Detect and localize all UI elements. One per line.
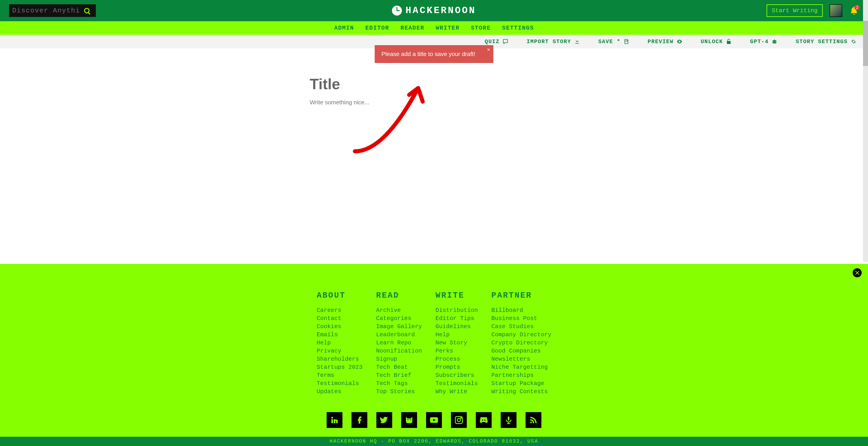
story-title-input[interactable] bbox=[310, 75, 558, 93]
toast-close-button[interactable]: × bbox=[487, 46, 490, 53]
footer-link[interactable]: Signup bbox=[376, 356, 422, 363]
footer-link[interactable]: Case Studies bbox=[491, 323, 551, 330]
discord-icon[interactable] bbox=[476, 412, 492, 428]
site-footer: ✕ ABOUT Careers Contact Cookies Emails H… bbox=[0, 264, 868, 437]
quiz-label: QUIZ bbox=[485, 39, 500, 45]
footer-link[interactable]: Leaderboard bbox=[376, 331, 422, 338]
footer-link[interactable]: Perks bbox=[436, 347, 478, 354]
scrollbar[interactable] bbox=[863, 0, 868, 262]
footer-close-button[interactable]: ✕ bbox=[852, 268, 862, 277]
facebook-icon[interactable] bbox=[351, 412, 367, 428]
footer-link[interactable]: Newsletters bbox=[491, 356, 551, 363]
footer-link[interactable]: Privacy bbox=[317, 347, 363, 354]
save-button[interactable]: SAVE * bbox=[598, 38, 629, 45]
svg-point-9 bbox=[482, 419, 483, 420]
footer-link[interactable]: Help bbox=[436, 331, 478, 338]
footer-link[interactable]: Subscribers bbox=[436, 372, 478, 379]
footer-link[interactable]: Startups 2023 bbox=[317, 364, 363, 371]
instagram-icon[interactable] bbox=[451, 412, 467, 428]
footer-link[interactable]: Shareholders bbox=[317, 356, 363, 363]
footer-link[interactable]: Terms bbox=[317, 372, 363, 379]
gpt4-label: GPT-4 bbox=[750, 39, 769, 45]
svg-rect-0 bbox=[773, 40, 776, 43]
svg-point-12 bbox=[530, 422, 532, 423]
search-box[interactable] bbox=[9, 4, 96, 17]
footer-link[interactable]: Partnerships bbox=[491, 372, 551, 379]
preview-button[interactable]: PREVIEW bbox=[648, 38, 683, 45]
svg-point-8 bbox=[461, 417, 462, 418]
svg-point-10 bbox=[485, 419, 486, 420]
footer-link[interactable]: Noonification bbox=[376, 347, 422, 354]
twitter-icon[interactable] bbox=[376, 412, 392, 428]
pixel-cat-icon[interactable] bbox=[401, 412, 417, 428]
warning-toast: Please add a title to save your draft! × bbox=[375, 45, 493, 63]
footer-link[interactable]: Help bbox=[317, 339, 363, 346]
brand-name: HACKERNOON bbox=[405, 5, 476, 16]
svg-point-2 bbox=[775, 41, 776, 42]
footer-col-write: WRITE Distribution Editor Tips Guideline… bbox=[436, 291, 478, 396]
nav-reader[interactable]: READER bbox=[401, 25, 425, 31]
footer-link[interactable]: Writing Contests bbox=[491, 388, 551, 395]
unlock-button[interactable]: UNLOCK bbox=[701, 38, 732, 45]
footer-link[interactable]: Startup Package bbox=[491, 380, 551, 387]
footer-link[interactable]: Careers bbox=[317, 307, 363, 314]
avatar[interactable] bbox=[830, 4, 842, 17]
footer-link[interactable]: Niche Targetting bbox=[491, 364, 551, 371]
footer-link[interactable]: Top Stories bbox=[376, 388, 422, 395]
footer-link[interactable]: Archive bbox=[376, 307, 422, 314]
import-story-button[interactable]: IMPORT STORY bbox=[527, 38, 580, 45]
footer-link[interactable]: Tech Brief bbox=[376, 372, 422, 379]
footer-link[interactable]: Prompts bbox=[436, 364, 478, 371]
footer-link[interactable]: Cookies bbox=[317, 323, 363, 330]
save-label: SAVE * bbox=[598, 39, 620, 45]
footer-link[interactable]: Good Companies bbox=[491, 347, 551, 354]
footer-link[interactable]: New Story bbox=[436, 339, 478, 346]
footer-link[interactable]: Billboard bbox=[491, 307, 551, 314]
search-input[interactable] bbox=[12, 7, 80, 14]
footer-link[interactable]: Image Gallery bbox=[376, 323, 422, 330]
footer-link[interactable]: Updates bbox=[317, 388, 363, 395]
footer-link[interactable]: Editor Tips bbox=[436, 315, 478, 322]
nav-bar: ADMIN EDITOR READER WRITER STORE SETTING… bbox=[0, 21, 868, 35]
footer-link[interactable]: Learn Repo bbox=[376, 339, 422, 346]
preview-label: PREVIEW bbox=[648, 39, 674, 45]
rss-icon[interactable] bbox=[526, 412, 541, 428]
footer-link[interactable]: Contact bbox=[317, 315, 363, 322]
story-settings-button[interactable]: STORY SETTINGS bbox=[796, 38, 857, 45]
import-label: IMPORT STORY bbox=[527, 39, 571, 45]
linkedin-icon[interactable] bbox=[327, 412, 342, 428]
nav-store[interactable]: STORE bbox=[471, 25, 491, 31]
footer-link[interactable]: Why Write bbox=[436, 388, 478, 395]
youtube-icon[interactable] bbox=[426, 412, 442, 428]
nav-admin[interactable]: ADMIN bbox=[334, 25, 354, 31]
quiz-button[interactable]: QUIZ bbox=[485, 38, 508, 45]
footer-link[interactable]: Company Directory bbox=[491, 331, 551, 338]
nav-editor[interactable]: EDITOR bbox=[365, 25, 389, 31]
footer-link[interactable]: Categories bbox=[376, 315, 422, 322]
search-icon[interactable] bbox=[84, 8, 90, 13]
footer-col-partner: PARTNER Billboard Business Post Case Stu… bbox=[491, 291, 551, 396]
social-row bbox=[0, 412, 868, 428]
footer-link[interactable]: Tech Tags bbox=[376, 380, 422, 387]
podcast-icon[interactable] bbox=[501, 412, 517, 428]
footer-link[interactable]: Emails bbox=[317, 331, 363, 338]
nav-settings[interactable]: SETTINGS bbox=[502, 25, 534, 31]
start-writing-button[interactable]: Start Writing bbox=[767, 4, 823, 17]
story-body-input[interactable] bbox=[310, 99, 558, 113]
footer-link[interactable]: Business Post bbox=[491, 315, 551, 322]
nav-writer[interactable]: WRITER bbox=[436, 25, 460, 31]
brand[interactable]: HACKERNOON bbox=[392, 5, 476, 16]
gpt4-button[interactable]: GPT-4 bbox=[750, 38, 778, 45]
story-settings-label: STORY SETTINGS bbox=[796, 39, 848, 45]
footer-link[interactable]: Crypto Directory bbox=[491, 339, 551, 346]
footer-link[interactable]: Testimonials bbox=[436, 380, 478, 387]
footer-link[interactable]: Distribution bbox=[436, 307, 478, 314]
top-bar: HACKERNOON Start Writing 2 bbox=[0, 0, 868, 21]
footer-link[interactable]: Testimonials bbox=[317, 380, 363, 387]
footer-link[interactable]: Process bbox=[436, 356, 478, 363]
bell-icon[interactable]: 2 bbox=[849, 6, 859, 15]
footer-link[interactable]: Guidelines bbox=[436, 323, 478, 330]
story-editor bbox=[310, 75, 558, 114]
unlock-icon bbox=[725, 38, 732, 45]
footer-link[interactable]: Tech Beat bbox=[376, 364, 422, 371]
